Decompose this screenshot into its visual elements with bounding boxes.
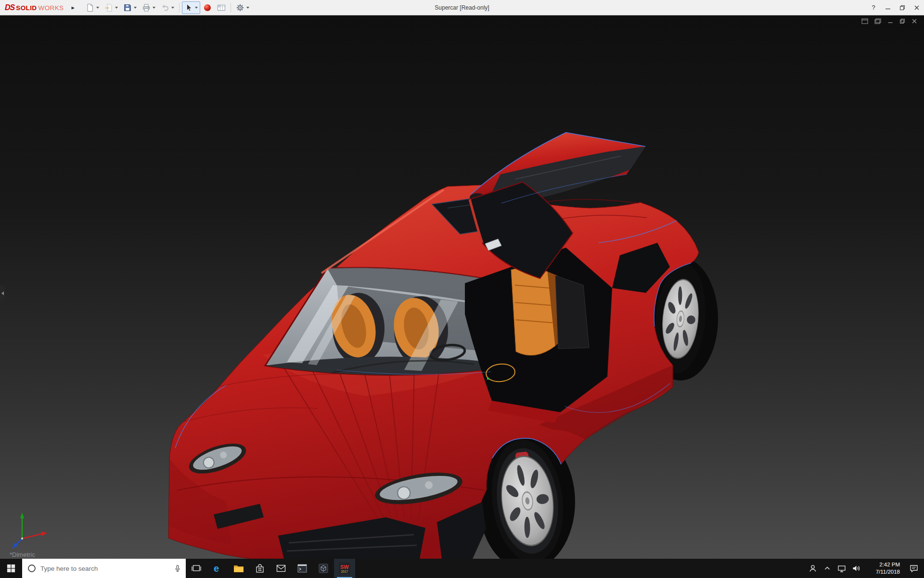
panel-flyout-tab[interactable]: [0, 285, 5, 302]
options-gear-icon: [236, 3, 244, 12]
minimize-icon[interactable]: [887, 18, 893, 24]
action-center-button[interactable]: [904, 559, 924, 578]
task-view-button[interactable]: [186, 559, 207, 578]
viewport[interactable]: *Dimetric: [0, 15, 924, 559]
dropdown-caret-icon[interactable]: [171, 7, 174, 9]
edge-button[interactable]: e: [207, 559, 228, 578]
restore-icon[interactable]: [899, 18, 905, 24]
cube-app-icon: [318, 563, 329, 574]
sheet-format-icon: [217, 3, 226, 12]
open-icon: [104, 3, 113, 12]
dropdown-caret-icon[interactable]: [153, 7, 155, 9]
search-input[interactable]: [40, 565, 169, 572]
dropdown-caret-icon[interactable]: [195, 7, 198, 9]
dropdown-caret-icon[interactable]: [246, 7, 249, 9]
quick-access-toolbar: [83, 0, 252, 15]
mail-icon: [275, 563, 287, 574]
undo-icon: [161, 3, 169, 12]
ds-logo-mark: DS: [5, 3, 14, 12]
solidworks-app-icon: SW2017: [339, 563, 350, 574]
solidworks-window: DS SOLIDWORKS ▸: [0, 0, 924, 578]
save-button[interactable]: [121, 1, 139, 14]
clock-date: 7/11/2018: [876, 568, 900, 576]
viewport-canvas[interactable]: *Dimetric: [0, 15, 924, 559]
minimize-icon: [885, 5, 891, 11]
save-icon: [123, 3, 132, 12]
task-view-icon: [191, 563, 202, 574]
file-explorer-button[interactable]: [228, 559, 249, 578]
toolbar-separator: [231, 3, 231, 13]
svg-text:SW: SW: [340, 564, 349, 570]
dropdown-caret-icon[interactable]: [134, 7, 137, 9]
mail-button[interactable]: [270, 559, 292, 578]
select-tool-button[interactable]: [182, 1, 200, 14]
window-icon[interactable]: [874, 18, 881, 24]
window-icon[interactable]: [861, 18, 868, 24]
restore-icon: [899, 5, 905, 11]
document-window-controls: [861, 18, 917, 24]
logo-solid-text: SOLID: [16, 4, 37, 12]
logo-works-text: WORKS: [38, 4, 64, 12]
svg-text:e: e: [214, 563, 219, 574]
open-button[interactable]: [102, 1, 120, 14]
console-app-icon: [296, 563, 308, 574]
edge-icon: e: [212, 563, 223, 574]
solidworks-app-button[interactable]: SW2017: [334, 559, 355, 578]
new-document-button[interactable]: [83, 1, 102, 14]
file-explorer-icon: [233, 563, 244, 574]
volume-icon: [851, 564, 861, 573]
close-icon[interactable]: [911, 18, 917, 24]
select-cursor-icon: [184, 3, 193, 12]
menu-expander-icon[interactable]: ▸: [69, 3, 78, 12]
microphone-icon[interactable]: [173, 564, 182, 573]
new-document-icon: [86, 3, 94, 12]
close-button[interactable]: [910, 0, 924, 15]
store-button[interactable]: [249, 559, 270, 578]
titlebar: DS SOLIDWORKS ▸: [0, 0, 924, 15]
orientation-label: *Dimetric: [10, 551, 35, 558]
clock-time: 2:42 PM: [879, 561, 900, 568]
start-icon: [7, 564, 15, 573]
print-button[interactable]: [140, 1, 158, 14]
toolbar-separator: [179, 3, 180, 13]
store-icon: [254, 563, 266, 574]
taskbar-clock[interactable]: 2:42 PM 7/11/2018: [863, 559, 904, 578]
solidworks-logo: DS SOLIDWORKS: [5, 3, 64, 12]
appearance-sphere-icon: [203, 3, 212, 12]
volume-button[interactable]: [849, 559, 863, 578]
start-button[interactable]: [0, 559, 22, 578]
people-icon: [808, 564, 818, 573]
hidden-icons-button[interactable]: [820, 559, 834, 578]
taskbar-search[interactable]: [22, 559, 186, 578]
network-button[interactable]: [834, 559, 849, 578]
undo-button[interactable]: [158, 1, 177, 14]
print-icon: [142, 3, 151, 12]
hidden-icons-chevron-icon: [822, 564, 832, 573]
minimize-button[interactable]: [881, 0, 895, 15]
dropdown-caret-icon[interactable]: [96, 7, 99, 9]
options-button[interactable]: [233, 1, 252, 14]
cortana-icon: [27, 564, 37, 573]
console-app-button[interactable]: [292, 559, 313, 578]
system-tray: 2:42 PM 7/11/2018: [806, 559, 924, 578]
help-button[interactable]: ?: [866, 0, 881, 15]
action-center-icon: [909, 564, 919, 573]
svg-text:2017: 2017: [341, 570, 348, 573]
people-button[interactable]: [806, 559, 820, 578]
restore-button[interactable]: [895, 0, 910, 15]
dropdown-caret-icon[interactable]: [115, 7, 118, 9]
sheet-format-button[interactable]: [215, 1, 228, 14]
sketch-point[interactable]: [487, 378, 489, 380]
appearance-button[interactable]: [201, 1, 214, 14]
network-icon: [837, 564, 847, 573]
taskbar: e SW2017: [0, 559, 924, 578]
cube-app-button[interactable]: [313, 559, 334, 578]
chevron-left-icon: [1, 291, 4, 295]
close-icon: [914, 5, 920, 11]
